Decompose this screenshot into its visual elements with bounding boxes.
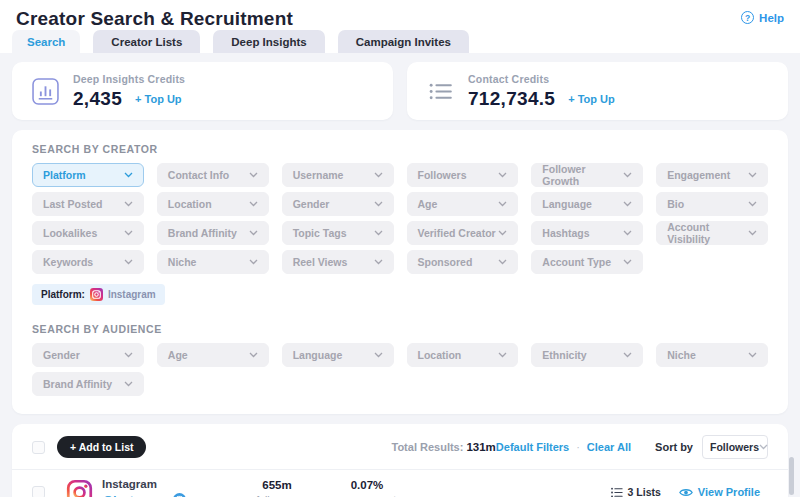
help-icon: ? [741,11,754,24]
credits-row: Deep Insights Credits 2,435 + Top Up Con… [12,62,788,120]
tab-campaign-invites[interactable]: Campaign Invites [338,30,469,53]
search-by-creator-label: SEARCH BY CREATOR [32,143,780,155]
result-row-instagram: Instagram @instagram 655m followers 0.07… [12,470,788,497]
chevron-down-icon [124,201,133,207]
contact-top-up-link[interactable]: + Top Up [568,93,615,105]
instagram-logo-icon [66,479,93,497]
lists-badge[interactable]: 3 Lists [611,486,661,497]
audience-filter-language[interactable]: Language [282,343,394,367]
chevron-down-icon [748,201,757,207]
chevron-down-icon [374,172,383,178]
audience-filter-grid: Gender Age Language Location Ethnicity N… [20,343,780,396]
chevron-down-icon [498,201,507,207]
list-lines-icon [427,78,454,105]
chevron-down-icon [374,259,383,265]
chevron-down-icon [374,230,383,236]
contact-credits-label: Contact Credits [468,73,615,85]
tab-deep-insights[interactable]: Deep Insights [213,30,324,53]
filter-language[interactable]: Language [531,192,643,216]
chip-platform-label: Platform: [41,289,85,300]
chevron-down-icon [249,230,258,236]
select-all-checkbox[interactable] [32,441,45,454]
eye-icon [679,487,693,497]
contact-credits-value: 712,734.5 [468,88,555,110]
scrollbar-thumb[interactable] [789,457,794,495]
deep-insights-credits-card: Deep Insights Credits 2,435 + Top Up [12,62,393,120]
creator-identity: Instagram @instagram [102,478,234,497]
chevron-down-icon [759,444,768,450]
audience-filter-brand-affinity[interactable]: Brand Affinity [32,372,144,396]
results-panel: + Add to List Total Results:131m Default… [12,424,788,497]
tab-search[interactable]: Search [12,30,80,53]
filter-brand-affinity[interactable]: Brand Affinity [157,221,269,245]
chip-platform-value: Instagram [108,289,156,300]
deep-insights-top-up-link[interactable]: + Top Up [135,93,182,105]
filter-location[interactable]: Location [157,192,269,216]
filter-topic-tags[interactable]: Topic Tags [282,221,394,245]
audience-filter-gender[interactable]: Gender [32,343,144,367]
audience-filter-location[interactable]: Location [407,343,519,367]
deep-insights-credits-value: 2,435 [73,88,122,110]
filter-verified-creator[interactable]: Verified Creator [407,221,519,245]
filter-account-visibility[interactable]: Account Visibility [656,221,768,245]
add-to-list-button[interactable]: + Add to List [57,436,146,458]
chevron-down-icon [623,172,632,178]
filter-age[interactable]: Age [407,192,519,216]
search-by-audience-label: SEARCH BY AUDIENCE [32,323,780,335]
search-filters-panel: SEARCH BY CREATOR Platform Contact Info … [12,130,788,414]
filter-keywords[interactable]: Keywords [32,250,144,274]
filter-reel-views[interactable]: Reel Views [282,250,394,274]
filter-engagement[interactable]: Engagement [656,163,768,187]
chevron-down-icon [249,172,258,178]
chevron-down-icon [374,201,383,207]
filter-bio[interactable]: Bio [656,192,768,216]
chevron-down-icon [748,352,757,358]
filter-lookalikes[interactable]: Lookalikes [32,221,144,245]
engagement-stat: 0.07% engagement [324,479,410,497]
filter-gender[interactable]: Gender [282,192,394,216]
sort-select[interactable]: Followers [702,435,768,459]
filter-follower-growth[interactable]: Follower Growth [531,163,643,187]
filter-username[interactable]: Username [282,163,394,187]
chevron-down-icon [498,230,507,236]
separator-dot: · [576,441,580,453]
lists-count-label: 3 Lists [628,486,661,497]
chevron-down-icon [249,259,258,265]
filter-account-type[interactable]: Account Type [531,250,643,274]
tab-creator-lists[interactable]: Creator Lists [93,30,200,53]
filter-hashtags[interactable]: Hashtags [531,221,643,245]
filter-sponsored[interactable]: Sponsored [407,250,519,274]
filter-followers[interactable]: Followers [407,163,519,187]
bar-chart-icon [32,78,59,105]
creator-handle-link[interactable]: @instagram [102,493,234,497]
creator-handle: @instagram [102,494,168,497]
audience-filter-age[interactable]: Age [157,343,269,367]
filter-niche[interactable]: Niche [157,250,269,274]
platform-badge-icon [173,493,186,497]
filter-contact-info[interactable]: Contact Info [157,163,269,187]
view-profile-label: View Profile [698,486,760,497]
row-checkbox[interactable] [32,486,45,497]
help-link[interactable]: ? Help [741,11,784,24]
total-results-value: 131m [466,441,495,453]
chevron-down-icon [249,352,258,358]
contact-credits-card: Contact Credits 712,734.5 + Top Up [407,62,788,120]
chevron-down-icon [498,259,507,265]
audience-filter-niche[interactable]: Niche [656,343,768,367]
total-results-label: Total Results: [391,441,463,453]
top-bar: Creator Search & Recruitment ? Help Sear… [0,0,800,53]
filter-platform[interactable]: Platform [32,163,144,187]
creator-name: Instagram [102,478,234,490]
applied-filter-chip-platform[interactable]: Platform: Instagram [32,284,165,305]
page-title: Creator Search & Recruitment [16,8,293,30]
default-filters-link[interactable]: Default Filters [496,441,569,453]
view-profile-link[interactable]: View Profile [679,486,760,497]
help-label: Help [759,12,784,24]
clear-all-link[interactable]: Clear All [587,441,631,453]
sort-select-value: Followers [710,441,759,453]
audience-filter-ethnicity[interactable]: Ethnicity [531,343,643,367]
chevron-down-icon [498,352,507,358]
results-toolbar: + Add to List Total Results:131m Default… [12,424,788,469]
total-results: Total Results:131m [391,441,495,453]
filter-last-posted[interactable]: Last Posted [32,192,144,216]
